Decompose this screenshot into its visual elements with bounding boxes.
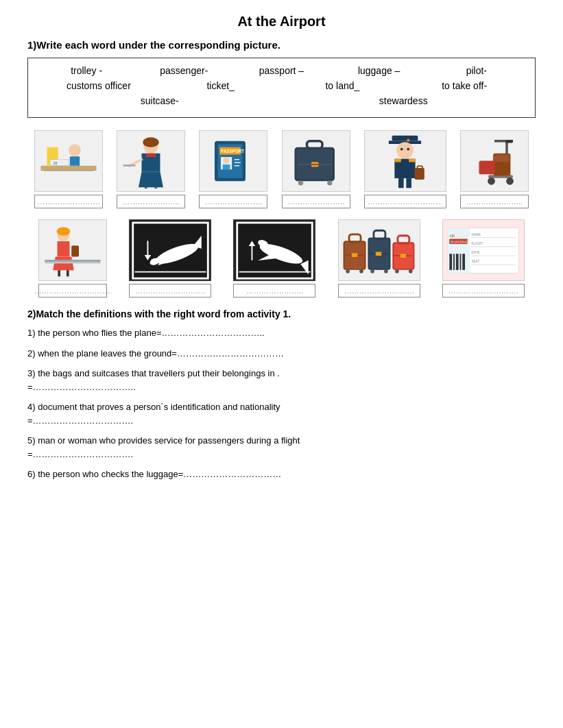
match-text-4: document that proves a person´s identifi… xyxy=(27,402,280,426)
answer-passenger[interactable]: …………………………. xyxy=(38,284,107,298)
svg-point-36 xyxy=(400,147,403,150)
svg-point-21 xyxy=(224,158,230,164)
answer-pilot[interactable]: ………………………… xyxy=(364,195,446,208)
match-num-3: 3) xyxy=(27,368,36,378)
svg-rect-54 xyxy=(505,140,513,143)
matching-section: 2)Match the definitions with the right w… xyxy=(27,308,536,481)
svg-rect-53 xyxy=(479,161,494,175)
svg-rect-28 xyxy=(307,141,322,149)
svg-text:AIR: AIR xyxy=(450,234,455,237)
svg-marker-58 xyxy=(53,256,74,270)
svg-rect-39 xyxy=(395,158,401,162)
svg-text:BOARDING: BOARDING xyxy=(451,241,468,244)
svg-rect-100 xyxy=(400,254,407,258)
svg-text:26: 26 xyxy=(53,161,58,165)
match-text-2: when the plane leaves the ground=…………………… xyxy=(38,348,284,359)
match-item-5: 5) man or woman who provides service for… xyxy=(27,434,536,461)
pic-img-stewardess xyxy=(117,130,185,192)
svg-point-35 xyxy=(396,142,414,159)
word-pilot: pilot- xyxy=(442,65,511,76)
svg-text:DATE: DATE xyxy=(472,251,480,254)
match-item-1: 1) the person who flies the plane=………………… xyxy=(27,326,536,340)
match-text-5: man or woman who provides service for pa… xyxy=(27,435,300,459)
section2-title: 2)Match the definitions with the right w… xyxy=(27,308,536,319)
match-text-6: the person who checks the luggage=………………… xyxy=(38,469,281,479)
svg-point-56 xyxy=(57,227,71,236)
word-to-take-off: to take off- xyxy=(430,80,499,91)
svg-rect-33 xyxy=(392,135,418,141)
svg-rect-40 xyxy=(409,158,415,162)
svg-point-2 xyxy=(69,144,81,156)
svg-rect-118 xyxy=(456,254,459,270)
svg-rect-57 xyxy=(58,241,70,257)
word-row-1: trolley - passenger- passport – luggage … xyxy=(38,65,525,76)
answer-to-land[interactable]: ………………………. xyxy=(129,284,211,298)
svg-point-101 xyxy=(395,269,399,273)
match-item-4: 4) document that proves a person´s ident… xyxy=(27,400,536,427)
pic-customs-desk: 26 ……………………. xyxy=(31,130,106,208)
pic-stewardess: ………………….. xyxy=(113,130,189,208)
svg-text:SEAT: SEAT xyxy=(472,260,480,263)
pic-img-customs-desk: 26 xyxy=(34,130,103,192)
word-row-3: suitcase- stewardess xyxy=(38,95,525,106)
match-num-2: 2) xyxy=(27,348,36,359)
pic-passport: PASSPORT ………………….. xyxy=(195,130,271,208)
svg-rect-3 xyxy=(70,156,80,166)
svg-point-87 xyxy=(346,269,350,273)
svg-rect-42 xyxy=(418,166,423,169)
match-num-1: 1) xyxy=(27,328,36,338)
pic-to-land: ………………………. xyxy=(125,219,215,298)
svg-point-94 xyxy=(370,269,374,273)
answer-suitcases[interactable]: ………………………. xyxy=(338,284,420,298)
match-text-1: the person who flies the plane=………………………… xyxy=(38,328,265,338)
svg-rect-116 xyxy=(450,254,453,270)
svg-rect-93 xyxy=(376,252,382,256)
svg-text:PASSPORT: PASSPORT xyxy=(221,149,244,154)
word-customs-officer: customs officer xyxy=(64,80,133,91)
svg-rect-86 xyxy=(352,253,358,257)
svg-rect-43 xyxy=(398,178,404,188)
page-title: At the Airport xyxy=(27,14,536,29)
pic-pilot: ★ ………………………… xyxy=(361,130,450,208)
pic-img-passport: PASSPORT xyxy=(199,130,267,192)
word-passport: passport – xyxy=(247,65,315,76)
word-luggage: luggage – xyxy=(345,65,414,76)
pic-img-pilot: ★ xyxy=(364,130,446,192)
pic-img-passenger xyxy=(38,219,107,281)
answer-stewardess[interactable]: ………………….. xyxy=(117,195,185,208)
match-num-6: 6) xyxy=(27,469,36,479)
pic-passenger: …………………………. xyxy=(35,219,110,298)
pic-img-trolley xyxy=(460,130,529,192)
match-text-3: the bags and suitcases that travellers p… xyxy=(27,368,280,392)
svg-text:★: ★ xyxy=(407,138,411,143)
svg-point-88 xyxy=(359,269,363,273)
answer-to-take-off[interactable]: ………………….. xyxy=(233,284,315,298)
svg-rect-15 xyxy=(146,154,156,157)
word-suitcase: suitcase- xyxy=(125,95,194,106)
svg-rect-22 xyxy=(223,165,230,169)
match-item-6: 6) the person who checks the luggage=………… xyxy=(27,468,536,481)
word-stewardess: stewardess xyxy=(369,95,438,106)
word-passenger: passenger- xyxy=(149,65,218,76)
svg-rect-119 xyxy=(460,254,462,270)
word-trolley: trolley - xyxy=(52,65,121,76)
svg-rect-117 xyxy=(453,254,455,270)
word-ticket: ticket_ xyxy=(187,80,255,91)
svg-marker-10 xyxy=(139,172,163,188)
answer-trolley[interactable]: ………………….. xyxy=(460,195,529,208)
pic-img-to-take-off xyxy=(233,219,315,281)
pic-trolley: ………………….. xyxy=(457,130,532,208)
pic-row-2: …………………………. xyxy=(27,219,536,298)
match-item-2: 2) when the plane leaves the ground=…………… xyxy=(27,347,536,361)
answer-customs-desk[interactable]: ……………………. xyxy=(34,195,103,208)
answer-ticket[interactable]: ………………………. xyxy=(442,284,525,298)
svg-text:NAME: NAME xyxy=(472,232,481,236)
svg-point-8 xyxy=(143,137,159,147)
svg-point-95 xyxy=(384,269,388,273)
svg-text:FLIGHT: FLIGHT xyxy=(472,242,483,245)
pic-img-luggage xyxy=(282,130,350,192)
svg-rect-0 xyxy=(41,166,97,171)
svg-point-32 xyxy=(327,180,332,185)
answer-passport[interactable]: ………………….. xyxy=(199,195,267,208)
answer-luggage[interactable]: ………………….. xyxy=(282,195,350,208)
